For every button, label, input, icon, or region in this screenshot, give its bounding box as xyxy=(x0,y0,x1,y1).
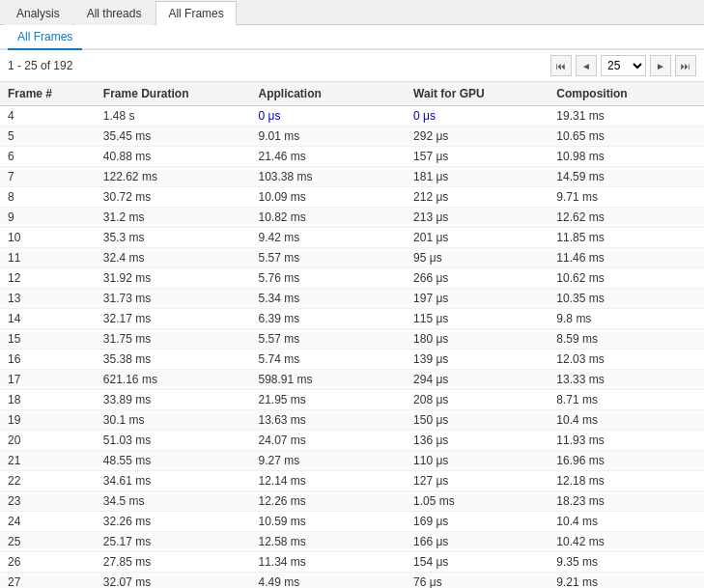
col-header-application[interactable]: Application xyxy=(250,82,406,106)
cell-composition: 13.33 ms xyxy=(549,370,704,390)
cell-application: 11.34 ms xyxy=(250,552,406,573)
cell-duration: 32.07 ms xyxy=(96,573,251,589)
last-page-button[interactable]: ⏭ xyxy=(675,55,696,76)
col-header-frame[interactable]: Frame # xyxy=(0,82,96,106)
table-row[interactable]: 41.48 s0 μs0 μs19.31 ms xyxy=(0,106,704,126)
cell-frame: 8 xyxy=(0,187,96,208)
cell-frame: 24 xyxy=(0,512,96,532)
table-row[interactable]: 931.2 ms10.82 ms213 μs12.62 ms xyxy=(0,208,704,228)
cell-frame: 15 xyxy=(0,329,96,350)
cell-wait-gpu: 180 μs xyxy=(406,329,549,350)
cell-duration: 1.48 s xyxy=(96,106,251,126)
table-row[interactable]: 17621.16 ms598.91 ms294 μs13.33 ms xyxy=(0,370,704,390)
cell-application: 10.82 ms xyxy=(250,208,406,228)
cell-application: 4.49 ms xyxy=(250,573,406,589)
col-header-duration[interactable]: Frame Duration xyxy=(96,82,251,106)
cell-wait-gpu: 150 μs xyxy=(406,410,549,431)
table-row[interactable]: 535.45 ms9.01 ms292 μs10.65 ms xyxy=(0,126,704,147)
cell-duration: 621.16 ms xyxy=(96,370,251,390)
cell-composition: 8.71 ms xyxy=(549,390,704,410)
table-row[interactable]: 1132.4 ms5.57 ms95 μs11.46 ms xyxy=(0,248,704,268)
table-row[interactable]: 2051.03 ms24.07 ms136 μs11.93 ms xyxy=(0,431,704,451)
table-row[interactable]: 2334.5 ms12.26 ms1.05 ms18.23 ms xyxy=(0,491,704,512)
cell-wait-gpu: 136 μs xyxy=(406,431,549,451)
cell-duration: 32.26 ms xyxy=(96,512,251,532)
table-row[interactable]: 1432.17 ms6.39 ms115 μs9.8 ms xyxy=(0,309,704,329)
toolbar: 1 - 25 of 192 ⏮ ◄ 10 25 50 100 ► ⏭ xyxy=(0,50,704,82)
cell-frame: 26 xyxy=(0,552,96,573)
cell-application: 5.57 ms xyxy=(250,329,406,350)
cell-composition: 10.42 ms xyxy=(549,532,704,552)
table-row[interactable]: 1035.3 ms9.42 ms201 μs11.85 ms xyxy=(0,228,704,248)
cell-composition: 10.62 ms xyxy=(549,268,704,289)
tab-all-frames[interactable]: All Frames xyxy=(155,1,236,25)
cell-frame: 13 xyxy=(0,289,96,309)
tab-all-threads[interactable]: All threads xyxy=(74,1,155,25)
page-size-select[interactable]: 10 25 50 100 xyxy=(601,55,646,76)
cell-frame: 22 xyxy=(0,471,96,491)
cell-frame: 20 xyxy=(0,431,96,451)
cell-frame: 21 xyxy=(0,451,96,471)
cell-duration: 31.73 ms xyxy=(96,289,251,309)
cell-duration: 32.17 ms xyxy=(96,309,251,329)
cell-wait-gpu: 212 μs xyxy=(406,187,549,208)
cell-duration: 31.2 ms xyxy=(96,208,251,228)
cell-application: 21.95 ms xyxy=(250,390,406,410)
cell-wait-gpu: 127 μs xyxy=(406,471,549,491)
cell-application: 9.42 ms xyxy=(250,228,406,248)
cell-application: 13.63 ms xyxy=(250,410,406,431)
nav-controls: ⏮ ◄ 10 25 50 100 ► ⏭ xyxy=(550,55,696,76)
cell-frame: 27 xyxy=(0,573,96,589)
cell-composition: 11.93 ms xyxy=(549,431,704,451)
table-row[interactable]: 640.88 ms21.46 ms157 μs10.98 ms xyxy=(0,147,704,167)
cell-composition: 12.18 ms xyxy=(549,471,704,491)
first-page-button[interactable]: ⏮ xyxy=(550,55,572,76)
cell-wait-gpu: 154 μs xyxy=(406,552,549,573)
sub-tab-bar: All Frames xyxy=(0,25,704,50)
cell-composition: 8.59 ms xyxy=(549,329,704,350)
table-row[interactable]: 2732.07 ms4.49 ms76 μs9.21 ms xyxy=(0,573,704,589)
cell-duration: 35.45 ms xyxy=(96,126,251,147)
cell-wait-gpu: 181 μs xyxy=(406,167,549,187)
cell-frame: 25 xyxy=(0,532,96,552)
cell-duration: 33.89 ms xyxy=(96,390,251,410)
next-page-button[interactable]: ► xyxy=(650,55,671,76)
cell-wait-gpu: 197 μs xyxy=(406,289,549,309)
table-row[interactable]: 1531.75 ms5.57 ms180 μs8.59 ms xyxy=(0,329,704,350)
cell-wait-gpu: 157 μs xyxy=(406,147,549,167)
cell-composition: 9.21 ms xyxy=(549,573,704,589)
table-row[interactable]: 830.72 ms10.09 ms212 μs9.71 ms xyxy=(0,187,704,208)
table-row[interactable]: 2525.17 ms12.58 ms166 μs10.42 ms xyxy=(0,532,704,552)
col-header-composition[interactable]: Composition xyxy=(549,82,704,106)
cell-wait-gpu: 166 μs xyxy=(406,532,549,552)
cell-application: 5.57 ms xyxy=(250,248,406,268)
cell-application: 12.14 ms xyxy=(250,471,406,491)
cell-frame: 12 xyxy=(0,268,96,289)
page-info: 1 - 25 of 192 xyxy=(8,59,545,72)
table-header-row: Frame # Frame Duration Application Wait … xyxy=(0,82,704,106)
table-row[interactable]: 7122.62 ms103.38 ms181 μs14.59 ms xyxy=(0,167,704,187)
table-row[interactable]: 1930.1 ms13.63 ms150 μs10.4 ms xyxy=(0,410,704,431)
table-row[interactable]: 1231.92 ms5.76 ms266 μs10.62 ms xyxy=(0,268,704,289)
cell-duration: 31.92 ms xyxy=(96,268,251,289)
table-row[interactable]: 2432.26 ms10.59 ms169 μs10.4 ms xyxy=(0,512,704,532)
tab-analysis[interactable]: Analysis xyxy=(4,1,72,25)
cell-duration: 35.3 ms xyxy=(96,228,251,248)
cell-composition: 9.71 ms xyxy=(549,187,704,208)
sub-tab-all-frames[interactable]: All Frames xyxy=(8,25,82,50)
col-header-wait-gpu[interactable]: Wait for GPU xyxy=(406,82,549,106)
cell-frame: 10 xyxy=(0,228,96,248)
cell-wait-gpu: 213 μs xyxy=(406,208,549,228)
table-row[interactable]: 2234.61 ms12.14 ms127 μs12.18 ms xyxy=(0,471,704,491)
cell-wait-gpu: 208 μs xyxy=(406,390,549,410)
prev-page-button[interactable]: ◄ xyxy=(576,55,597,76)
table-row[interactable]: 1635.38 ms5.74 ms139 μs12.03 ms xyxy=(0,350,704,370)
table-row[interactable]: 2627.85 ms11.34 ms154 μs9.35 ms xyxy=(0,552,704,573)
cell-composition: 18.23 ms xyxy=(549,491,704,512)
table-row[interactable]: 1833.89 ms21.95 ms208 μs8.71 ms xyxy=(0,390,704,410)
cell-duration: 122.62 ms xyxy=(96,167,251,187)
table-row[interactable]: 2148.55 ms9.27 ms110 μs16.96 ms xyxy=(0,451,704,471)
cell-composition: 16.96 ms xyxy=(549,451,704,471)
cell-wait-gpu: 110 μs xyxy=(406,451,549,471)
table-row[interactable]: 1331.73 ms5.34 ms197 μs10.35 ms xyxy=(0,289,704,309)
